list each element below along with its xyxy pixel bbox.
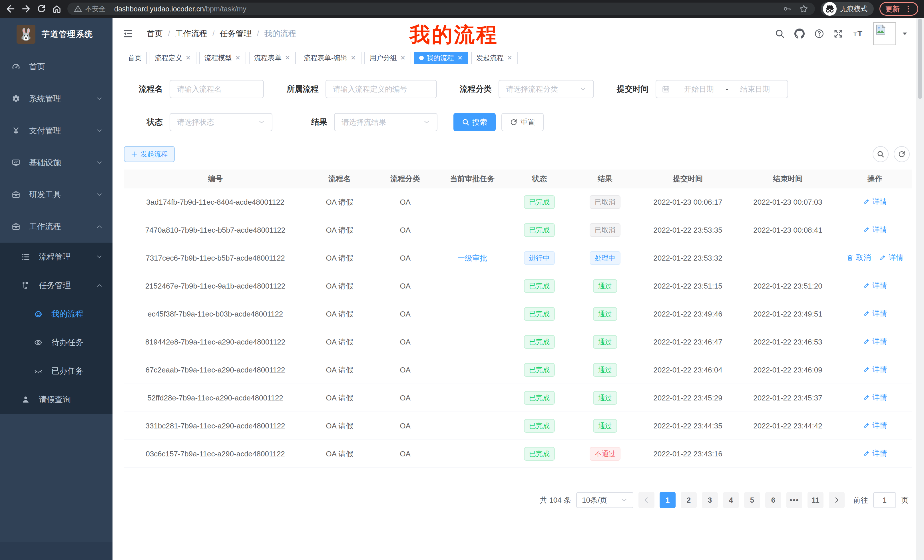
table-header: 编号流程名流程分类当前审批任务状态结果提交时间结束时间操作: [124, 169, 912, 189]
category-select[interactable]: 请选择流程分类: [498, 80, 594, 98]
process-def-input[interactable]: 请输入流程定义的编号: [326, 80, 437, 98]
status-badge: 已完成: [524, 391, 555, 405]
start-process-button[interactable]: 发起流程: [124, 146, 175, 162]
scrollbar-thumb[interactable]: [918, 19, 922, 99]
close-icon[interactable]: ✕: [400, 54, 406, 61]
close-icon[interactable]: ✕: [457, 54, 463, 61]
tab-user-group[interactable]: 用户分组✕: [364, 52, 411, 64]
sidebar-item-done-tasks[interactable]: 已办任务: [0, 357, 112, 385]
cell-status: 已完成: [507, 279, 572, 293]
current-task-link[interactable]: 一级审批: [458, 253, 487, 263]
help-icon[interactable]: [814, 29, 824, 39]
close-icon[interactable]: ✕: [507, 54, 513, 61]
page-button-5[interactable]: 5: [744, 492, 760, 508]
close-icon[interactable]: ✕: [185, 54, 191, 61]
detail-link[interactable]: 详情: [862, 281, 887, 290]
table-row: 819442e8-7b9a-11ec-a290-acde48001122OA 请…: [124, 328, 912, 356]
sidebar-item-todo-tasks[interactable]: 待办任务: [0, 328, 112, 357]
url-domain: dashboard.yudao.iocoder.cn: [114, 5, 204, 13]
tab-home[interactable]: 首页: [123, 52, 147, 64]
tab-start-process[interactable]: 发起流程✕: [471, 52, 518, 64]
sidebar-item-task-management[interactable]: 任务管理: [0, 271, 112, 300]
next-page-button[interactable]: [829, 492, 844, 508]
detail-link[interactable]: 详情: [862, 337, 887, 346]
page-button-4[interactable]: 4: [723, 492, 739, 508]
breadcrumb-task-management[interactable]: 任务管理: [220, 28, 252, 39]
key-icon[interactable]: [782, 4, 792, 14]
reload-icon[interactable]: [36, 4, 46, 14]
github-icon[interactable]: [794, 28, 805, 39]
page-button-3[interactable]: 3: [702, 492, 718, 508]
sidebar-item-system-management[interactable]: 系统管理: [0, 83, 112, 115]
page-button-11[interactable]: 11: [807, 492, 824, 508]
back-icon[interactable]: [6, 4, 15, 14]
status-select[interactable]: 请选择状态: [170, 113, 272, 131]
sidebar-item-dev-tools[interactable]: 研发工具: [0, 179, 112, 211]
home-icon[interactable]: [52, 4, 62, 14]
tab-process-form[interactable]: 流程表单✕: [249, 52, 296, 64]
page-button-2[interactable]: 2: [681, 492, 697, 508]
detail-link[interactable]: 详情: [862, 421, 887, 430]
hamburger-icon[interactable]: [123, 28, 133, 39]
detail-link[interactable]: 详情: [862, 392, 887, 403]
close-icon[interactable]: ✕: [235, 54, 241, 61]
detail-link[interactable]: 详情: [879, 253, 903, 263]
cell-process-name: OA 请假: [307, 337, 372, 347]
detail-link[interactable]: 详情: [862, 448, 887, 458]
sidebar-item-infrastructure[interactable]: 基础设施: [0, 147, 112, 179]
sidebar-item-payment-management[interactable]: 支付管理: [0, 115, 112, 147]
menu-dots-icon[interactable]: [904, 5, 912, 13]
search-button[interactable]: 搜索: [453, 113, 496, 131]
cell-process-name: OA 请假: [307, 393, 372, 403]
detail-link[interactable]: 详情: [862, 197, 887, 207]
submit-time-range-picker[interactable]: 开始日期 - 结束日期: [656, 80, 788, 98]
app-logo[interactable]: 🐰 芋道管理系统: [0, 18, 112, 51]
cell-id: 7317cec6-7b9b-11ec-b5b7-acde48001122: [124, 254, 307, 263]
table-body: 3ad174fb-7b9d-11ec-8404-acde48001122OA 请…: [124, 189, 912, 468]
tab-label: 流程模型: [204, 53, 232, 63]
page-button-1[interactable]: 1: [660, 492, 676, 508]
refresh-table-button[interactable]: [894, 146, 910, 162]
address-bar[interactable]: 不安全 dashboard.yudao.iocoder.cn/bpm/task/…: [68, 3, 815, 15]
breadcrumb-workflow[interactable]: 工作流程: [176, 28, 207, 39]
prev-page-button[interactable]: [639, 492, 654, 508]
sidebar-item-my-process[interactable]: 我的流程: [0, 300, 112, 328]
show-search-button[interactable]: [873, 146, 889, 162]
detail-link[interactable]: 详情: [862, 308, 887, 319]
font-size-icon[interactable]: TT: [853, 29, 864, 38]
action-links: 详情: [862, 448, 887, 458]
star-icon[interactable]: [799, 4, 808, 14]
incognito-icon: [823, 2, 837, 16]
result-select[interactable]: 请选择流结果: [334, 113, 438, 131]
avatar[interactable]: [873, 22, 896, 45]
broken-image-icon: [875, 24, 886, 35]
detail-link[interactable]: 详情: [862, 225, 887, 235]
sidebar-item-process-management[interactable]: 流程管理: [0, 243, 112, 271]
close-icon[interactable]: ✕: [284, 54, 291, 61]
search-icon[interactable]: [775, 29, 784, 39]
security-status[interactable]: 不安全: [74, 4, 106, 13]
close-icon[interactable]: ✕: [350, 54, 356, 61]
sidebar-item-home[interactable]: 首页: [0, 51, 112, 83]
url-path: /bpm/task/my: [204, 5, 246, 13]
cancel-link[interactable]: 取消: [846, 253, 871, 263]
goto-page-input[interactable]: 1: [873, 492, 896, 508]
tab-process-form-edit[interactable]: 流程表单-编辑✕: [298, 52, 362, 64]
sidebar-item-leave-query[interactable]: 请假查询: [0, 385, 112, 414]
tab-my-process[interactable]: 我的流程✕: [414, 52, 468, 64]
scrollbar[interactable]: [916, 18, 924, 560]
detail-link[interactable]: 详情: [862, 364, 887, 374]
tab-process-model[interactable]: 流程模型✕: [199, 52, 246, 64]
tab-process-definition[interactable]: 流程定义✕: [150, 52, 196, 64]
process-name-input[interactable]: 请输入流程名: [170, 80, 264, 98]
page-size-select[interactable]: 10条/页: [576, 492, 633, 508]
sidebar-item-workflow[interactable]: 工作流程: [0, 211, 112, 243]
reset-button[interactable]: 重置: [501, 113, 544, 131]
breadcrumb-home[interactable]: 首页: [147, 28, 163, 39]
page-button-6[interactable]: 6: [765, 492, 781, 508]
update-button[interactable]: 更新: [879, 2, 918, 16]
caret-down-icon[interactable]: [902, 30, 908, 37]
fullscreen-icon[interactable]: [834, 29, 843, 38]
sidebar-item-label: 流程管理: [39, 252, 71, 262]
forward-icon[interactable]: [21, 4, 31, 14]
